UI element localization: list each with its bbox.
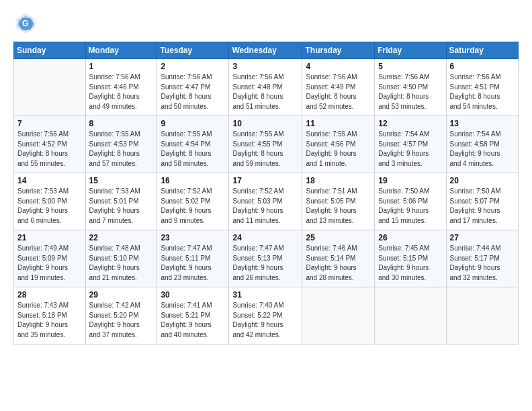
calendar-cell: 3Sunrise: 7:56 AMSunset: 4:48 PMDaylight… [229, 59, 302, 116]
calendar-cell [375, 287, 446, 345]
day-number: 11 [306, 119, 371, 128]
calendar-cell: 4Sunrise: 7:56 AMSunset: 4:49 PMDaylight… [302, 59, 375, 116]
calendar-cell: 9Sunrise: 7:55 AMSunset: 4:54 PMDaylight… [157, 116, 229, 173]
calendar-cell: 8Sunrise: 7:55 AMSunset: 4:53 PMDaylight… [85, 116, 157, 173]
calendar-cell: 31Sunrise: 7:40 AMSunset: 5:22 PMDayligh… [229, 287, 302, 345]
day-number: 1 [89, 62, 154, 71]
calendar-header: SundayMondayTuesdayWednesdayThursdayFrid… [14, 42, 519, 59]
day-info: Sunrise: 7:52 AMSunset: 5:02 PMDaylight:… [161, 187, 225, 226]
calendar-cell: 27Sunrise: 7:44 AMSunset: 5:17 PMDayligh… [446, 230, 518, 287]
day-info: Sunrise: 7:53 AMSunset: 5:00 PMDaylight:… [17, 187, 82, 226]
day-number: 29 [89, 290, 154, 300]
calendar-cell: 25Sunrise: 7:46 AMSunset: 5:14 PMDayligh… [302, 230, 375, 287]
day-header-thursday: Thursday [302, 42, 375, 59]
calendar-cell: 2Sunrise: 7:56 AMSunset: 4:47 PMDaylight… [157, 59, 229, 116]
day-info: Sunrise: 7:53 AMSunset: 5:01 PMDaylight:… [89, 187, 154, 226]
calendar-cell: 30Sunrise: 7:41 AMSunset: 5:21 PMDayligh… [157, 287, 229, 345]
day-number: 16 [161, 176, 225, 185]
day-info: Sunrise: 7:49 AMSunset: 5:09 PMDaylight:… [17, 244, 82, 283]
calendar-cell: 11Sunrise: 7:55 AMSunset: 4:56 PMDayligh… [302, 116, 375, 173]
day-info: Sunrise: 7:55 AMSunset: 4:54 PMDaylight:… [161, 130, 225, 169]
day-info: Sunrise: 7:52 AMSunset: 5:03 PMDaylight:… [232, 187, 298, 226]
calendar-cell: 24Sunrise: 7:47 AMSunset: 5:13 PMDayligh… [229, 230, 302, 287]
calendar-cell: 19Sunrise: 7:50 AMSunset: 5:06 PMDayligh… [375, 173, 446, 230]
day-info: Sunrise: 7:55 AMSunset: 4:53 PMDaylight:… [89, 130, 154, 169]
header: G [13, 11, 519, 35]
day-number: 8 [89, 119, 154, 128]
day-number: 14 [17, 176, 82, 185]
day-number: 21 [17, 233, 82, 242]
day-number: 5 [378, 62, 442, 71]
day-number: 24 [232, 233, 298, 242]
day-info: Sunrise: 7:45 AMSunset: 5:15 PMDaylight:… [378, 244, 442, 283]
day-info: Sunrise: 7:56 AMSunset: 4:46 PMDaylight:… [89, 73, 154, 111]
calendar-cell: 15Sunrise: 7:53 AMSunset: 5:01 PMDayligh… [85, 173, 157, 230]
day-number: 23 [161, 233, 225, 242]
week-row-2: 7Sunrise: 7:56 AMSunset: 4:52 PMDaylight… [14, 116, 519, 173]
day-info: Sunrise: 7:55 AMSunset: 4:56 PMDaylight:… [306, 130, 371, 169]
day-info: Sunrise: 7:46 AMSunset: 5:14 PMDaylight:… [306, 244, 371, 283]
calendar-cell: 29Sunrise: 7:42 AMSunset: 5:20 PMDayligh… [85, 287, 157, 345]
day-info: Sunrise: 7:48 AMSunset: 5:10 PMDaylight:… [89, 244, 154, 283]
calendar-cell [302, 287, 375, 345]
day-info: Sunrise: 7:56 AMSunset: 4:51 PMDaylight:… [450, 73, 515, 111]
day-info: Sunrise: 7:56 AMSunset: 4:52 PMDaylight:… [17, 130, 82, 169]
calendar-cell: 26Sunrise: 7:45 AMSunset: 5:15 PMDayligh… [375, 230, 446, 287]
day-number: 15 [89, 176, 154, 185]
calendar-cell [14, 59, 86, 116]
week-row-1: 1Sunrise: 7:56 AMSunset: 4:46 PMDaylight… [14, 59, 519, 116]
calendar-cell: 12Sunrise: 7:54 AMSunset: 4:57 PMDayligh… [375, 116, 446, 173]
day-number: 22 [89, 233, 154, 242]
calendar-cell [446, 287, 518, 345]
calendar-body: 1Sunrise: 7:56 AMSunset: 4:46 PMDaylight… [14, 59, 519, 345]
logo-icon: G [13, 11, 38, 35]
day-number: 20 [450, 176, 515, 185]
day-number: 3 [232, 62, 298, 71]
day-header-friday: Friday [375, 42, 446, 59]
day-info: Sunrise: 7:50 AMSunset: 5:07 PMDaylight:… [450, 187, 515, 226]
day-info: Sunrise: 7:40 AMSunset: 5:22 PMDaylight:… [232, 301, 298, 340]
calendar-cell: 22Sunrise: 7:48 AMSunset: 5:10 PMDayligh… [85, 230, 157, 287]
calendar-cell: 23Sunrise: 7:47 AMSunset: 5:11 PMDayligh… [157, 230, 229, 287]
day-info: Sunrise: 7:54 AMSunset: 4:57 PMDaylight:… [378, 130, 442, 169]
day-header-wednesday: Wednesday [229, 42, 302, 59]
day-info: Sunrise: 7:51 AMSunset: 5:05 PMDaylight:… [306, 187, 371, 226]
day-info: Sunrise: 7:56 AMSunset: 4:47 PMDaylight:… [161, 73, 225, 111]
day-info: Sunrise: 7:42 AMSunset: 5:20 PMDaylight:… [89, 301, 154, 340]
day-info: Sunrise: 7:56 AMSunset: 4:49 PMDaylight:… [306, 73, 371, 111]
day-info: Sunrise: 7:50 AMSunset: 5:06 PMDaylight:… [378, 187, 442, 226]
day-info: Sunrise: 7:41 AMSunset: 5:21 PMDaylight:… [161, 301, 225, 340]
day-number: 10 [232, 119, 298, 128]
day-number: 19 [378, 176, 442, 185]
day-number: 17 [232, 176, 298, 185]
day-number: 26 [378, 233, 442, 242]
day-number: 12 [378, 119, 442, 128]
day-info: Sunrise: 7:43 AMSunset: 5:18 PMDaylight:… [17, 301, 82, 340]
logo: G [13, 11, 40, 35]
day-number: 9 [161, 119, 225, 128]
day-number: 7 [17, 119, 82, 128]
week-row-5: 28Sunrise: 7:43 AMSunset: 5:18 PMDayligh… [14, 287, 519, 345]
calendar-cell: 6Sunrise: 7:56 AMSunset: 4:51 PMDaylight… [446, 59, 518, 116]
day-info: Sunrise: 7:44 AMSunset: 5:17 PMDaylight:… [450, 244, 515, 283]
day-number: 2 [161, 62, 225, 71]
calendar-cell: 17Sunrise: 7:52 AMSunset: 5:03 PMDayligh… [229, 173, 302, 230]
day-number: 18 [306, 176, 371, 185]
calendar-cell: 16Sunrise: 7:52 AMSunset: 5:02 PMDayligh… [157, 173, 229, 230]
calendar-cell: 14Sunrise: 7:53 AMSunset: 5:00 PMDayligh… [14, 173, 86, 230]
day-header-saturday: Saturday [446, 42, 518, 59]
day-number: 6 [450, 62, 515, 71]
day-info: Sunrise: 7:55 AMSunset: 4:55 PMDaylight:… [232, 130, 298, 169]
day-info: Sunrise: 7:56 AMSunset: 4:48 PMDaylight:… [232, 73, 298, 111]
week-row-3: 14Sunrise: 7:53 AMSunset: 5:00 PMDayligh… [14, 173, 519, 230]
week-row-4: 21Sunrise: 7:49 AMSunset: 5:09 PMDayligh… [14, 230, 519, 287]
day-number: 28 [17, 290, 82, 300]
day-number: 4 [306, 62, 371, 71]
day-info: Sunrise: 7:56 AMSunset: 4:50 PMDaylight:… [378, 73, 442, 111]
calendar-cell: 10Sunrise: 7:55 AMSunset: 4:55 PMDayligh… [229, 116, 302, 173]
calendar-cell: 7Sunrise: 7:56 AMSunset: 4:52 PMDaylight… [14, 116, 86, 173]
day-number: 31 [232, 290, 298, 300]
day-number: 13 [450, 119, 515, 128]
page-container: G SundayMondayTuesdayWednesdayThursdayFr… [0, 0, 532, 411]
calendar-cell: 1Sunrise: 7:56 AMSunset: 4:46 PMDaylight… [85, 59, 157, 116]
